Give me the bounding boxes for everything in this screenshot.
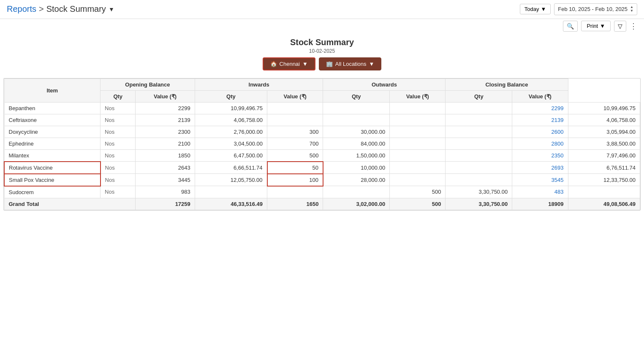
- th-out-qty: Qty: [323, 90, 390, 102]
- cb-qty[interactable]: 2800: [512, 138, 568, 149]
- out-qty: 500: [390, 186, 446, 198]
- out-qty: [390, 126, 446, 138]
- table-row: Doxycycline Nos 2300 2,76,000.00 300 30,…: [4, 126, 640, 138]
- print-button[interactable]: Print ▼: [581, 21, 611, 31]
- in-val: 10,000.00: [323, 162, 390, 174]
- cb-qty[interactable]: 2139: [512, 114, 568, 126]
- th-cb-qty: Qty: [446, 90, 512, 102]
- item-name: Ephedrine: [4, 138, 101, 149]
- th-closing-balance: Closing Balance: [446, 78, 568, 90]
- gt-out-qty: 500: [390, 198, 446, 210]
- top-bar: Reports > Stock Summary ▼ Today ▼ Feb 10…: [0, 0, 644, 19]
- ob-qty: 2300: [136, 126, 195, 138]
- item-unit: Nos: [101, 162, 136, 174]
- table-row: Small Pox Vaccine Nos 3445 12,05,750.00 …: [4, 174, 640, 186]
- item-name: Bepanthen: [4, 102, 101, 114]
- building-icon: 🏢: [326, 61, 333, 67]
- ob-qty: 3445: [136, 174, 195, 186]
- out-val: [446, 102, 512, 114]
- date-range-display[interactable]: Feb 10, 2025 - Feb 10, 2025 ▲ ▼: [554, 3, 637, 15]
- today-label: Today: [524, 6, 539, 12]
- table-row: Rotavirus Vaccine Nos 2643 6,66,511.74 5…: [4, 162, 640, 174]
- out-val: 3,30,750.00: [446, 186, 512, 198]
- cb-val: [568, 186, 640, 198]
- out-qty: [390, 114, 446, 126]
- more-options-button[interactable]: ⋮: [630, 22, 637, 31]
- report-title-area: Stock Summary 10-02-2025 🏠 Chennai ▼ 🏢 A…: [0, 33, 644, 73]
- in-qty[interactable]: 500: [267, 149, 323, 162]
- ob-val: 3,04,500.00: [195, 138, 267, 149]
- cb-qty[interactable]: 483: [512, 186, 568, 198]
- in-qty[interactable]: 100: [267, 174, 323, 186]
- breadcrumb-dropdown-arrow[interactable]: ▼: [109, 6, 114, 13]
- ob-qty: 1850: [136, 149, 195, 162]
- in-qty[interactable]: 50: [267, 162, 323, 174]
- out-val: [446, 114, 512, 126]
- ob-val: 10,99,496.75: [195, 102, 267, 114]
- th-opening-balance: Opening Balance: [101, 78, 195, 90]
- th-out-val: Value (₹): [390, 90, 446, 102]
- out-qty: [390, 138, 446, 149]
- ob-qty: 983: [136, 186, 195, 198]
- out-val: [446, 138, 512, 149]
- gt-ob-qty: 17259: [136, 198, 195, 210]
- date-spinners[interactable]: ▲ ▼: [630, 5, 633, 13]
- cb-val: 3,05,994.00: [568, 126, 640, 138]
- item-unit: Nos: [101, 114, 136, 126]
- item-unit: Nos: [101, 102, 136, 114]
- out-val: [446, 126, 512, 138]
- cb-qty[interactable]: 2350: [512, 149, 568, 162]
- grand-total-row: Grand Total 17259 46,33,516.49 1650 3,02…: [4, 198, 640, 210]
- table-row: Sudocrem Nos 983 500 3,30,750.00 483: [4, 186, 640, 198]
- th-inwards: Inwards: [195, 78, 323, 90]
- print-label: Print: [587, 23, 598, 29]
- out-val: [446, 162, 512, 174]
- ob-val: 4,06,758.00: [195, 114, 267, 126]
- cb-qty[interactable]: 2600: [512, 126, 568, 138]
- breadcrumb-reports[interactable]: Reports: [7, 4, 36, 14]
- breadcrumb: Reports > Stock Summary ▼: [7, 4, 114, 14]
- item-unit: Nos: [101, 186, 136, 198]
- location-button[interactable]: 🏠 Chennai ▼: [263, 57, 315, 70]
- in-val: [323, 102, 390, 114]
- all-locations-label: All Locations: [335, 61, 367, 67]
- th-item: Item: [4, 78, 101, 102]
- in-qty[interactable]: 700: [267, 138, 323, 149]
- ob-qty: 2643: [136, 162, 195, 174]
- all-locations-button[interactable]: 🏢 All Locations ▼: [319, 57, 382, 70]
- top-controls: Today ▼ Feb 10, 2025 - Feb 10, 2025 ▲ ▼: [520, 3, 637, 15]
- item-unit: Nos: [101, 138, 136, 149]
- stock-summary-table-container: Item Opening Balance Inwards Outwards Cl…: [3, 78, 641, 211]
- ob-val: 12,05,750.00: [195, 174, 267, 186]
- in-qty[interactable]: 300: [267, 126, 323, 138]
- item-name: Milantex: [4, 149, 101, 162]
- in-qty: [267, 114, 323, 126]
- in-qty: [267, 102, 323, 114]
- today-button[interactable]: Today ▼: [520, 4, 551, 14]
- item-name: Rotavirus Vaccine: [4, 162, 101, 174]
- date-range-text: Feb 10, 2025 - Feb 10, 2025: [558, 6, 628, 12]
- breadcrumb-current: Stock Summary: [46, 4, 106, 14]
- in-val: 30,000.00: [323, 126, 390, 138]
- search-button[interactable]: 🔍: [563, 21, 578, 32]
- ob-val: [195, 186, 267, 198]
- gt-cb-val: 49,08,506.49: [568, 198, 640, 210]
- cb-val: 10,99,496.75: [568, 102, 640, 114]
- ob-val: 6,66,511.74: [195, 162, 267, 174]
- ob-qty: 2139: [136, 114, 195, 126]
- item-unit: Nos: [101, 126, 136, 138]
- report-date: 10-02-2025: [0, 48, 644, 54]
- stock-summary-table: Item Opening Balance Inwards Outwards Cl…: [4, 78, 640, 210]
- th-in-qty: Qty: [195, 90, 267, 102]
- filter-button[interactable]: ▽: [614, 21, 626, 32]
- gt-out-val: 3,30,750.00: [446, 198, 512, 210]
- cb-qty[interactable]: 3545: [512, 174, 568, 186]
- cb-qty[interactable]: 2299: [512, 102, 568, 114]
- ob-qty: 2100: [136, 138, 195, 149]
- date-down-arrow[interactable]: ▼: [630, 9, 633, 13]
- second-controls-bar: 🔍 Print ▼ ▽ ⋮: [0, 19, 644, 33]
- cb-qty[interactable]: 2693: [512, 162, 568, 174]
- more-icon: ⋮: [630, 22, 637, 30]
- item-unit: Nos: [101, 149, 136, 162]
- location-arrow: ▼: [302, 61, 308, 67]
